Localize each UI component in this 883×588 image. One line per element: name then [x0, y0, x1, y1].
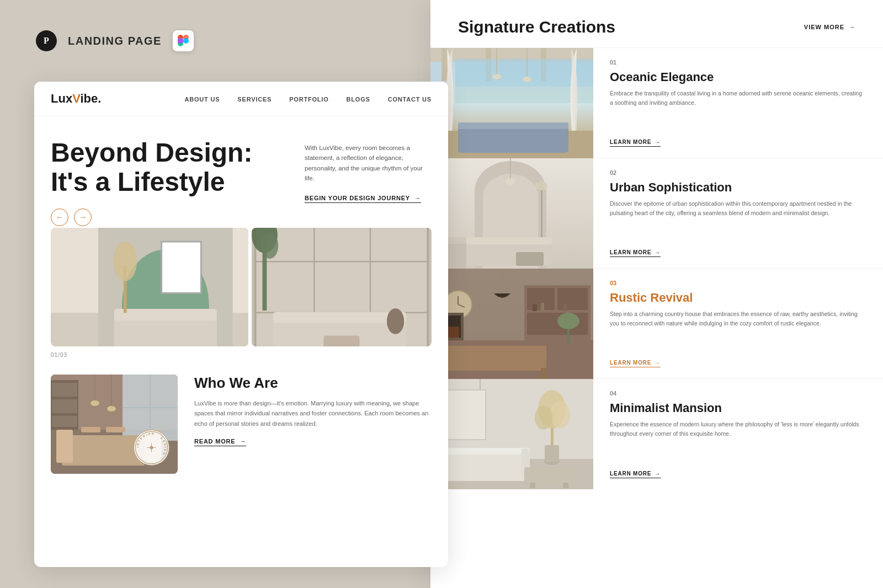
slider-prev-button[interactable]: ←: [51, 209, 68, 226]
creation-content-2: 02 Urban Sophistication Discover the epi…: [593, 158, 883, 268]
creation-desc-3: Step into a charming country house that …: [610, 309, 866, 354]
figma-icon: [173, 30, 194, 51]
nav-about[interactable]: ABOUT US: [185, 96, 220, 103]
who-badge: INTERIOR · DESIGN ·: [134, 430, 169, 466]
svg-rect-97: [563, 303, 567, 311]
slides-container: [51, 228, 432, 346]
creation-number-1: 01: [610, 59, 866, 66]
view-more-button[interactable]: VIEW MORE →: [804, 24, 855, 30]
svg-point-50: [150, 446, 153, 449]
learn-more-4[interactable]: LEARN MORE →: [610, 471, 661, 478]
learn-more-2[interactable]: LEARN MORE →: [610, 249, 661, 257]
nav-blogs[interactable]: BLOGS: [347, 96, 370, 103]
creation-desc-4: Experience the essence of modern luxury …: [610, 420, 866, 465]
creation-item-1: 01 Oceanic Elegance Embrace the tranquil…: [430, 48, 883, 158]
who-image: INTERIOR · DESIGN ·: [51, 375, 178, 474]
svg-rect-96: [541, 303, 544, 311]
slide-2: [252, 228, 432, 346]
who-title: Who We Are: [194, 375, 432, 392]
svg-point-67: [492, 74, 501, 79]
svg-rect-12: [162, 242, 201, 293]
svg-rect-11: [114, 308, 217, 320]
creation-desc-2: Discover the epitome of urban sophistica…: [610, 199, 866, 244]
logo-icon: P: [36, 30, 57, 51]
who-description: LuxVibe is more than design—it's emotion…: [194, 398, 432, 429]
creation-item-4: 04 Minimalist Mansion Experience the ess…: [430, 379, 883, 489]
svg-rect-99: [447, 346, 546, 371]
svg-point-43: [107, 406, 116, 411]
creation-image-rustic: [430, 269, 593, 379]
nav-services[interactable]: SERVICES: [237, 96, 272, 103]
who-section: INTERIOR · DESIGN · Who We Are LuxVibe i…: [34, 358, 448, 490]
svg-rect-95: [533, 304, 537, 311]
creation-item-2: 02 Urban Sophistication Discover the epi…: [430, 158, 883, 269]
slider-next-button[interactable]: →: [74, 209, 92, 226]
svg-rect-93: [557, 288, 588, 310]
svg-rect-127: [447, 390, 486, 440]
svg-point-79: [506, 178, 515, 185]
svg-point-104: [557, 313, 579, 329]
creation-image-urban: [430, 158, 593, 269]
svg-rect-112: [442, 451, 530, 481]
svg-rect-116: [524, 467, 574, 484]
creation-content-1: 01 Oceanic Elegance Embrace the tranquil…: [593, 48, 883, 158]
left-card: LuxVibe. ABOUT US SERVICES PORTFOLIO BLO…: [34, 82, 448, 567]
right-card: Signature Creations VIEW MORE →: [430, 0, 883, 588]
slider-area: ← →: [34, 228, 448, 358]
creation-item-3: 03 Rustic Revival Step into a charming c…: [430, 269, 883, 379]
slide-counter: 01/03: [51, 352, 432, 358]
svg-rect-4: [178, 38, 183, 44]
brand-logo: LuxVibe.: [51, 92, 185, 106]
svg-rect-26: [273, 312, 406, 323]
svg-rect-65: [458, 122, 568, 129]
signature-title: Signature Creations: [458, 18, 615, 36]
svg-point-77: [535, 181, 548, 190]
svg-point-69: [523, 77, 531, 82]
navbar: LuxVibe. ABOUT US SERVICES PORTFOLIO BLO…: [34, 82, 448, 116]
creation-content-4: 04 Minimalist Mansion Experience the ess…: [593, 379, 883, 489]
svg-point-41: [91, 400, 99, 406]
hero-section: Beyond Design: It's a Lifestyle With Lux…: [34, 116, 448, 220]
svg-rect-124: [545, 445, 559, 462]
svg-rect-36: [56, 430, 73, 463]
svg-rect-117: [530, 483, 535, 488]
svg-rect-101: [541, 368, 546, 379]
svg-rect-118: [563, 483, 568, 488]
learn-more-1[interactable]: LEARN MORE →: [610, 139, 661, 147]
creation-name-4: Minimalist Mansion: [610, 401, 866, 415]
nav-links: ABOUT US SERVICES PORTFOLIO BLOGS CONTAC…: [185, 94, 432, 104]
top-bar: P LANDING PAGE: [36, 30, 194, 51]
creation-name-1: Oceanic Elegance: [610, 70, 866, 84]
svg-rect-113: [442, 448, 530, 455]
svg-rect-47: [52, 416, 77, 427]
nav-portfolio[interactable]: PORTFOLIO: [289, 96, 328, 103]
creation-image-minimalist: [430, 379, 593, 489]
creation-image-oceanic: [430, 48, 593, 158]
hero-description: With LuxVibe, every room becomes a state…: [305, 143, 432, 184]
svg-point-28: [387, 308, 404, 334]
svg-rect-45: [52, 383, 77, 397]
svg-rect-27: [324, 335, 360, 346]
hero-title: Beyond Design: It's a Lifestyle: [51, 138, 260, 197]
svg-point-121: [550, 401, 570, 429]
nav-contact[interactable]: CONTACT US: [388, 96, 432, 103]
slide-1: [51, 228, 248, 346]
creation-name-2: Urban Sophistication: [610, 180, 866, 195]
svg-rect-46: [52, 399, 77, 413]
svg-rect-81: [453, 237, 552, 244]
creation-content-3: 03 Rustic Revival Step into a charming c…: [593, 269, 883, 378]
svg-rect-35: [62, 435, 145, 466]
creation-desc-1: Embrace the tranquility of coastal livin…: [610, 89, 866, 133]
top-bar-title: LANDING PAGE: [68, 35, 162, 47]
read-more-button[interactable]: READ MORE →: [194, 438, 246, 446]
svg-point-14: [113, 242, 137, 281]
creation-number-4: 04: [610, 390, 866, 397]
hero-cta-button[interactable]: BEGIN YOUR DESIGN JOURNEY →: [305, 195, 421, 203]
svg-rect-82: [516, 252, 544, 266]
svg-point-24: [261, 233, 278, 259]
creation-number-2: 02: [610, 169, 866, 176]
who-content: Who We Are LuxVibe is more than design—i…: [194, 375, 432, 446]
learn-more-3[interactable]: LEARN MORE →: [610, 360, 661, 367]
slider-controls: ← →: [51, 209, 92, 226]
creation-number-3: 03: [610, 280, 866, 286]
